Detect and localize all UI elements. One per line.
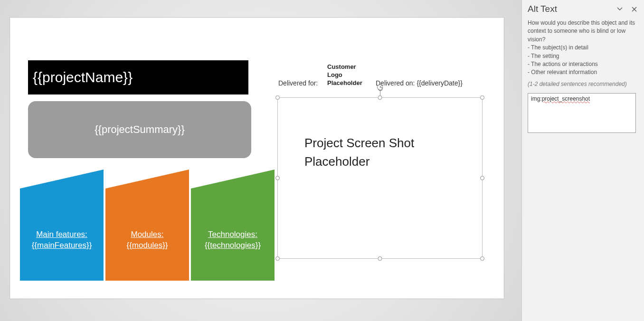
project-summary-box[interactable]: {{projectSummary}} [28,101,251,158]
svg-marker-0 [20,170,104,281]
project-screenshot-placeholder[interactable]: Project Screen Shot Placeholder [277,97,483,259]
resize-handle-nw[interactable] [275,95,280,100]
close-icon [632,7,637,12]
screenshot-placeholder-text: Project Screen Shot Placeholder [304,134,482,171]
alt-text-input[interactable]: img:project_screenshot [528,93,636,133]
panel-description: How would you describe this object and i… [522,16,644,77]
panel-header: Alt Text [522,0,644,16]
chevron-down-icon [617,7,623,11]
trapezoid-label: Modules: {{modules}} [105,229,189,251]
svg-marker-1 [105,170,189,281]
panel-title: Alt Text [528,4,611,14]
resize-handle-se[interactable] [480,256,484,261]
collapse-button[interactable] [615,4,625,14]
trapezoid-technologies[interactable]: Technologies: {{technologies}} [191,170,275,281]
resize-handle-s[interactable] [378,256,382,261]
project-name-text: {{projectName}} [33,69,133,85]
trapezoid-main-features[interactable]: Main features: {{mainFeatures}} [20,170,104,281]
resize-handle-e[interactable] [480,176,484,180]
project-summary-text: {{projectSummary}} [95,123,185,136]
trapezoid-label: Technologies: {{technologies}} [191,229,275,251]
svg-marker-2 [191,170,275,281]
panel-hint: (1-2 detailed sentences recommended) [522,77,644,87]
resize-handle-sw[interactable] [275,256,280,261]
editing-canvas[interactable]: {{projectName}} {{projectSummary}} Main … [0,0,521,321]
alt-text-panel: Alt Text How would you describe this obj… [521,0,644,321]
trapezoid-modules[interactable]: Modules: {{modules}} [105,170,189,281]
rotate-handle[interactable] [377,85,383,90]
resize-handle-w[interactable] [275,176,280,180]
project-name-box[interactable]: {{projectName}} [28,60,248,94]
delivered-on-label: Delivered on: {{deliveryDate}} [376,79,463,87]
svg-marker-3 [380,86,381,88]
resize-handle-ne[interactable] [480,95,484,100]
close-button[interactable] [629,4,639,14]
trapezoid-label: Main features: {{mainFeatures}} [20,229,104,251]
resize-handle-n[interactable] [378,95,382,100]
slide[interactable]: {{projectName}} {{projectSummary}} Main … [9,17,504,299]
customer-logo-placeholder[interactable]: Customer Logo Placeholder [323,59,361,96]
delivered-for-label: Delivered for: [278,79,318,87]
